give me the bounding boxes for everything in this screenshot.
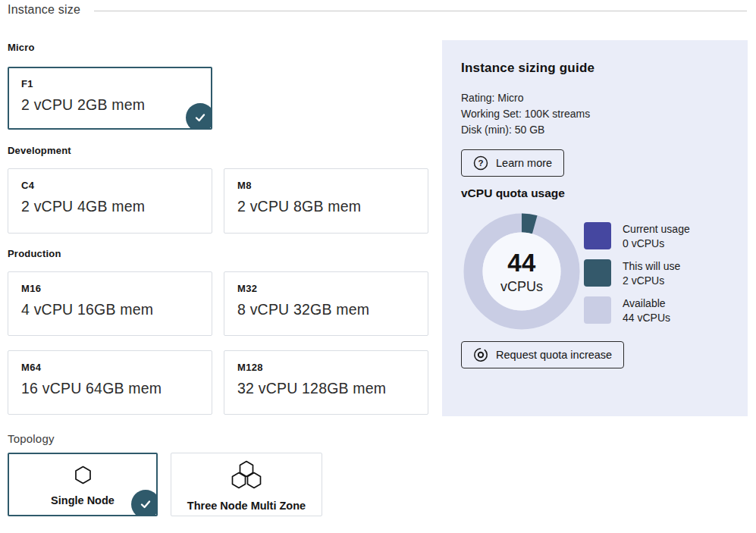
- instance-card-code: M8: [237, 180, 415, 191]
- instance-card-desc: 8 vCPU 32GB mem: [237, 301, 415, 318]
- instance-card-desc: 16 vCPU 64GB mem: [21, 380, 199, 397]
- legend-swatch-current-usage: [584, 222, 611, 249]
- quota-title: vCPU quota usage: [461, 187, 565, 200]
- page-header: Instance size: [8, 3, 747, 17]
- learn-more-button[interactable]: ? Learn more: [461, 149, 564, 177]
- instance-card-m64[interactable]: M64 16 vCPU 64GB mem: [8, 350, 212, 415]
- learn-more-label: Learn more: [496, 157, 552, 169]
- instance-card-desc: 2 vCPU 4GB mem: [21, 198, 199, 215]
- instance-card-m32[interactable]: M32 8 vCPU 32GB mem: [224, 271, 428, 336]
- instance-card-code: C4: [21, 180, 199, 191]
- question-circle-icon: ?: [473, 155, 488, 171]
- guide-working-set: Working Set: 100K streams: [461, 106, 590, 122]
- development-cards: C4 2 vCPU 4GB mem M8 2 vCPU 8GB mem: [8, 168, 428, 234]
- instance-card-code: M32: [237, 283, 415, 294]
- production-cards: M16 4 vCPU 16GB mem M32 8 vCPU 32GB mem …: [8, 271, 428, 415]
- legend-label: Available: [623, 296, 670, 311]
- legend-label: This will use: [623, 259, 680, 274]
- instance-card-code: M16: [21, 283, 199, 294]
- three-hexagons-icon: [231, 460, 262, 493]
- vcpu-quota-donut-chart: 44 vCPUs: [463, 213, 580, 330]
- instance-card-m128[interactable]: M128 32 vCPU 128GB mem: [224, 350, 428, 415]
- topology-card-single-node[interactable]: Single Node: [8, 453, 158, 516]
- page-title: Instance size: [8, 3, 80, 17]
- topology-card-three-node-multi-zone[interactable]: Three Node Multi Zone: [171, 453, 322, 516]
- request-quota-increase-label: Request quota increase: [496, 349, 612, 361]
- legend-swatch-this-will-use: [584, 259, 611, 287]
- instance-card-desc: 2 vCPU 2GB mem: [21, 96, 199, 114]
- section-label-topology: Topology: [8, 432, 55, 445]
- legend-item-this-will-use: This will use 2 vCPUs: [584, 259, 690, 288]
- instance-card-c4[interactable]: C4 2 vCPU 4GB mem: [8, 168, 212, 234]
- instance-card-code: M64: [21, 362, 199, 373]
- selected-check-icon: [131, 490, 158, 516]
- instance-card-code: F1: [21, 78, 199, 89]
- section-label-production: Production: [8, 248, 61, 259]
- quota-legend: Current usage 0 vCPUs This will use 2 vC…: [584, 222, 690, 325]
- instance-card-m8[interactable]: M8 2 vCPU 8GB mem: [224, 168, 428, 234]
- instance-card-desc: 32 vCPU 128GB mem: [237, 380, 415, 397]
- section-label-micro: Micro: [8, 42, 35, 53]
- guide-title: Instance sizing guide: [461, 61, 594, 76]
- instance-card-f1[interactable]: F1 2 vCPU 2GB mem: [8, 67, 212, 130]
- legend-item-current-usage: Current usage 0 vCPUs: [584, 222, 690, 251]
- quota-gauge-icon: [473, 347, 488, 362]
- header-divider: [94, 11, 747, 11]
- donut-hole: [483, 233, 561, 311]
- instance-card-m16[interactable]: M16 4 vCPU 16GB mem: [8, 271, 212, 336]
- guide-disk: Disk (min): 50 GB: [461, 122, 590, 138]
- instance-card-desc: 4 vCPU 16GB mem: [21, 301, 199, 318]
- legend-swatch-available: [584, 296, 611, 324]
- legend-value: 2 vCPUs: [623, 274, 680, 288]
- single-hexagon-icon: [74, 466, 92, 488]
- legend-value: 44 vCPUs: [623, 311, 670, 325]
- instance-size-page: Instance size Micro F1 2 vCPU 2GB mem De…: [0, 0, 756, 533]
- instance-sizing-guide-panel: Instance sizing guide Rating: Micro Work…: [442, 40, 748, 416]
- section-label-development: Development: [8, 145, 71, 156]
- topology-option-label: Single Node: [51, 494, 114, 506]
- topology-option-label: Three Node Multi Zone: [187, 500, 306, 512]
- legend-label: Current usage: [623, 222, 690, 237]
- request-quota-increase-button[interactable]: Request quota increase: [461, 341, 624, 368]
- instance-card-desc: 2 vCPU 8GB mem: [237, 198, 415, 215]
- legend-value: 0 vCPUs: [623, 237, 690, 251]
- instance-card-code: M128: [237, 362, 415, 373]
- selected-check-icon: [186, 103, 212, 130]
- svg-text:?: ?: [478, 158, 483, 168]
- legend-item-available: Available 44 vCPUs: [584, 296, 690, 325]
- guide-info: Rating: Micro Working Set: 100K streams …: [461, 90, 590, 138]
- guide-rating: Rating: Micro: [461, 90, 590, 106]
